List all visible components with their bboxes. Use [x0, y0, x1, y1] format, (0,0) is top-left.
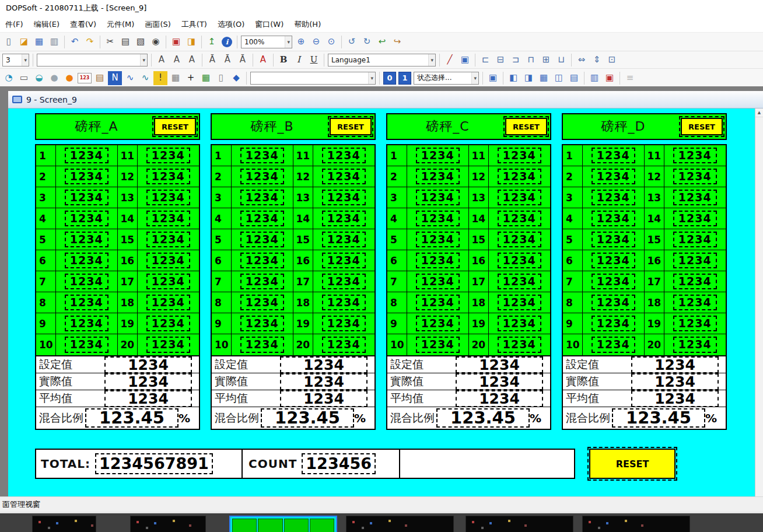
- lamp-gray-icon[interactable]: ●: [47, 71, 61, 85]
- vertical-scrollbar[interactable]: ▲: [755, 108, 763, 496]
- menu-item[interactable]: 画面(S): [139, 19, 176, 30]
- numeric-display[interactable]: 1234: [240, 295, 284, 311]
- lamp-orange-icon[interactable]: ●: [62, 71, 76, 85]
- screen-thumbnail[interactable]: [130, 516, 206, 532]
- numeric-display[interactable]: 1234: [240, 169, 284, 185]
- numeric-display[interactable]: 1234: [65, 316, 108, 332]
- numeric-display[interactable]: 1234: [673, 295, 717, 311]
- numeric-display[interactable]: 1234: [416, 169, 460, 185]
- numeric-display[interactable]: 1234: [280, 356, 368, 373]
- numeric-display[interactable]: 1234: [456, 373, 543, 390]
- element-combobox[interactable]: ▾: [250, 72, 376, 85]
- memo-element-icon[interactable]: ▯: [214, 71, 228, 85]
- open-file-icon[interactable]: ◪: [17, 35, 31, 49]
- align-middle-icon[interactable]: ⊞: [539, 53, 553, 67]
- numeric-display[interactable]: 1234: [322, 253, 366, 269]
- numeric-display[interactable]: 1234: [65, 295, 108, 311]
- numeric-display[interactable]: 1234: [592, 316, 635, 332]
- screen-property-icon[interactable]: ▣: [486, 71, 500, 85]
- numeric-display[interactable]: 1234: [498, 274, 541, 290]
- zoom-area-icon[interactable]: ⊙: [324, 35, 338, 49]
- macro-icon[interactable]: ▥: [587, 71, 601, 85]
- reset-button[interactable]: RESET: [505, 118, 547, 135]
- numeric-display[interactable]: 1234: [592, 169, 635, 185]
- bold-icon[interactable]: B: [276, 53, 290, 67]
- numeric-display[interactable]: 1234: [240, 316, 284, 332]
- table-element-icon[interactable]: ▦: [199, 71, 213, 85]
- numeric-display[interactable]: 1234: [65, 232, 108, 248]
- numeric-display[interactable]: 1234: [65, 169, 108, 185]
- numeric-display[interactable]: 1234: [592, 211, 635, 227]
- numeric-display[interactable]: 1234: [65, 274, 108, 290]
- state-0-button[interactable]: 0: [383, 72, 396, 85]
- numeric-display[interactable]: 1234: [631, 356, 719, 373]
- menu-item[interactable]: 件(F): [0, 19, 29, 30]
- zoom-in-icon[interactable]: ⊕: [294, 35, 308, 49]
- numeric-display[interactable]: 1234: [592, 295, 635, 311]
- numeric-display[interactable]: 1234: [592, 274, 635, 290]
- numeric-display[interactable]: 1234: [146, 211, 190, 227]
- numeric-display[interactable]: 1234: [631, 390, 719, 407]
- chevron-down-icon[interactable]: ▾: [140, 54, 147, 66]
- chevron-down-icon[interactable]: ▾: [428, 54, 435, 66]
- save-icon[interactable]: ▦: [32, 35, 46, 49]
- alarm-element-icon[interactable]: !: [153, 71, 167, 85]
- numeric-display[interactable]: 1234: [322, 148, 366, 164]
- align-top-icon[interactable]: ⊓: [524, 53, 538, 67]
- numeric-display[interactable]: 1234: [498, 211, 541, 227]
- screen-canvas[interactable]: 磅秤_ARESET1123411123421234121234312341312…: [8, 108, 755, 496]
- language-combobox[interactable]: Language1▾: [328, 54, 436, 66]
- copy-screen-icon[interactable]: ◫: [552, 71, 566, 85]
- add-screen-icon[interactable]: ▣: [169, 35, 183, 49]
- numeric-display[interactable]: 1234: [146, 148, 190, 164]
- numeric-display[interactable]: 1234: [498, 295, 541, 311]
- redo-icon[interactable]: ↷: [83, 35, 97, 49]
- numeric-display[interactable]: 1234: [498, 316, 541, 332]
- text-align-left-icon[interactable]: A: [155, 53, 169, 67]
- menu-item[interactable]: 工具(T): [176, 19, 212, 30]
- dock-handle-icon[interactable]: ≡: [623, 71, 637, 85]
- crosshair-element-icon[interactable]: +: [184, 71, 198, 85]
- numeric-display[interactable]: 123.45: [85, 408, 178, 428]
- text-align-right-icon[interactable]: A: [185, 53, 199, 67]
- button-element-icon[interactable]: ▭: [17, 71, 31, 85]
- meter-element-icon[interactable]: ◔: [2, 71, 16, 85]
- align-right-icon[interactable]: ⊐: [509, 53, 523, 67]
- numeric-display[interactable]: 1234: [416, 316, 460, 332]
- font-color-icon[interactable]: A: [256, 53, 270, 67]
- same-height-icon[interactable]: ⇕: [590, 53, 604, 67]
- screen-thumbnail[interactable]: [582, 516, 690, 532]
- numeric-display[interactable]: 1234: [456, 356, 543, 373]
- align-left-icon[interactable]: ⊏: [478, 53, 492, 67]
- picture-icon[interactable]: ▣: [458, 53, 472, 67]
- zoom-combobox[interactable]: 100%▾: [241, 36, 292, 48]
- numeric-display[interactable]: 1234: [416, 148, 460, 164]
- menu-item[interactable]: 窗口(W): [250, 19, 289, 30]
- clipboard-element-icon[interactable]: ▤: [93, 71, 107, 85]
- align-bottom-icon[interactable]: ⊔: [554, 53, 568, 67]
- numeric-display[interactable]: 1234: [631, 373, 719, 390]
- numeric-display[interactable]: 123.45: [261, 408, 354, 428]
- screen-thumbnail[interactable]: [229, 516, 337, 532]
- numeric-display[interactable]: 1234: [416, 337, 460, 353]
- n-register-element-icon[interactable]: N: [108, 71, 122, 85]
- next-screen-icon[interactable]: ◨: [522, 71, 536, 85]
- numeric-display[interactable]: 1234: [498, 190, 541, 206]
- prev-screen-icon[interactable]: ◧: [506, 71, 520, 85]
- reset-button[interactable]: RESET: [681, 118, 723, 135]
- nav-forward-icon[interactable]: ↪: [390, 35, 404, 49]
- numeric-display[interactable]: 1234: [146, 190, 190, 206]
- bottom-reset-button[interactable]: RESET: [589, 449, 676, 479]
- numeric-display[interactable]: 1234: [498, 337, 541, 353]
- menu-item[interactable]: 查看(V): [65, 19, 102, 30]
- menu-item[interactable]: 编辑(E): [29, 19, 65, 30]
- numeric-display[interactable]: 1234: [673, 337, 717, 353]
- numeric-display[interactable]: 1234: [322, 169, 366, 185]
- draw-line-icon[interactable]: ╱: [443, 53, 457, 67]
- numeric-display[interactable]: 1234: [240, 190, 284, 206]
- trend-element-icon[interactable]: ∿: [123, 71, 137, 85]
- numeric-display[interactable]: 1234: [592, 253, 635, 269]
- cut-icon[interactable]: ✂: [103, 35, 117, 49]
- history-trend-element-icon[interactable]: ∿: [138, 71, 152, 85]
- numeric-display[interactable]: 1234: [592, 232, 635, 248]
